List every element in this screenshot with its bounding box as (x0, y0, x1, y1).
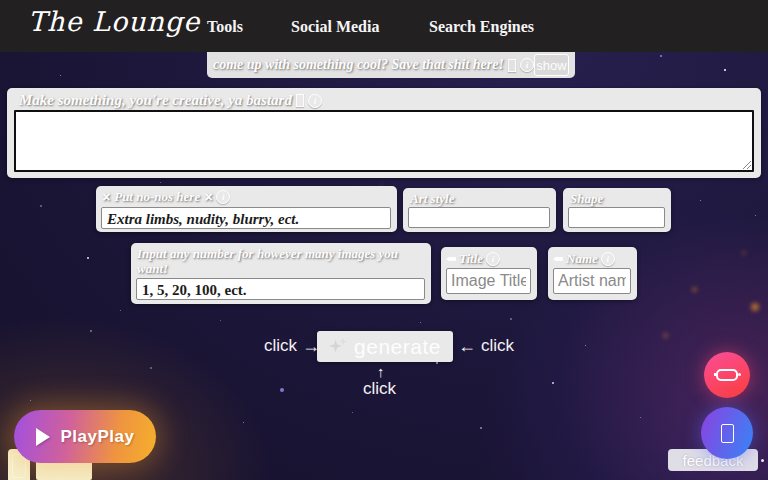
shape-panel: Shape (563, 188, 671, 232)
art-style-panel: Art style (403, 188, 556, 232)
show-button[interactable]: show (534, 54, 569, 76)
star (280, 388, 284, 392)
brand-logo[interactable]: The Lounge (28, 6, 200, 37)
image-title-panel: Title i (441, 247, 537, 300)
arrow-up-icon: ↑ (377, 364, 385, 379)
click-hint-left: click → (264, 336, 320, 356)
art-style-input[interactable] (408, 207, 550, 228)
generate-button[interactable]: generate (317, 331, 453, 362)
phone-icon (721, 424, 734, 443)
pencil-icon (553, 257, 563, 261)
capsule-icon (716, 369, 738, 381)
top-nav: The Lounge Tools Social Media Search Eng… (0, 0, 768, 52)
image-count-label: Input any number for however many images… (137, 246, 419, 276)
nav-item-tools[interactable]: Tools (207, 18, 243, 36)
bokeh-dot (742, 251, 746, 255)
click-hint-bottom: click (363, 379, 396, 399)
pink-widget-button[interactable] (704, 352, 750, 398)
negative-prompt-panel: × Put no-nos here × i (96, 186, 397, 232)
saved-prompts-bar: come up with something cool? Save that s… (207, 52, 575, 78)
close-icon: × (102, 189, 110, 205)
art-style-label: Art style (410, 191, 454, 207)
shape-label: Shape (570, 191, 603, 207)
prompt-textarea[interactable] (14, 110, 754, 172)
play-icon (36, 428, 50, 446)
click-hint-right: ← click (458, 336, 514, 356)
image-count-panel: Input any number for however many images… (131, 243, 431, 304)
shape-input[interactable] (568, 207, 665, 228)
pencil-icon (446, 257, 456, 261)
info-icon[interactable]: i (486, 252, 500, 266)
artist-name-label: Name i (553, 251, 615, 267)
bokeh-dot (692, 287, 697, 292)
close-icon: × (204, 189, 212, 205)
saved-prompts-label: come up with something cool? Save that s… (213, 57, 534, 73)
bokeh-dot (663, 333, 668, 338)
negative-prompt-label: × Put no-nos here × i (102, 189, 230, 205)
star (761, 459, 764, 462)
arrow-left-icon: ← (458, 337, 476, 355)
info-icon[interactable]: i (520, 58, 534, 72)
image-title-input[interactable] (446, 268, 531, 294)
missing-emoji-glyph (296, 94, 304, 107)
prompt-textarea-wrap (14, 110, 754, 172)
purple-widget-button[interactable] (701, 407, 753, 459)
info-icon[interactable]: i (216, 190, 230, 204)
nav-item-social-media[interactable]: Social Media (291, 18, 379, 36)
image-count-input[interactable] (136, 278, 425, 300)
sparkles-icon (329, 338, 347, 356)
prompt-panel: Make something, you're creative, ya bast… (7, 88, 761, 178)
nav-item-search-engines[interactable]: Search Engines (429, 18, 534, 36)
negative-prompt-input[interactable] (101, 207, 391, 229)
artist-name-panel: Name i (548, 247, 637, 300)
image-title-label: Title i (446, 251, 500, 267)
page: The Lounge Tools Social Media Search Eng… (0, 0, 768, 480)
missing-emoji-glyph (508, 59, 516, 72)
playplay-button[interactable]: PlayPlay (14, 410, 156, 463)
artist-name-input[interactable] (553, 268, 631, 294)
prompt-label: Make something, you're creative, ya bast… (19, 92, 322, 109)
bokeh-dot (751, 303, 759, 311)
info-icon[interactable]: i (308, 94, 322, 108)
info-icon[interactable]: i (601, 252, 615, 266)
